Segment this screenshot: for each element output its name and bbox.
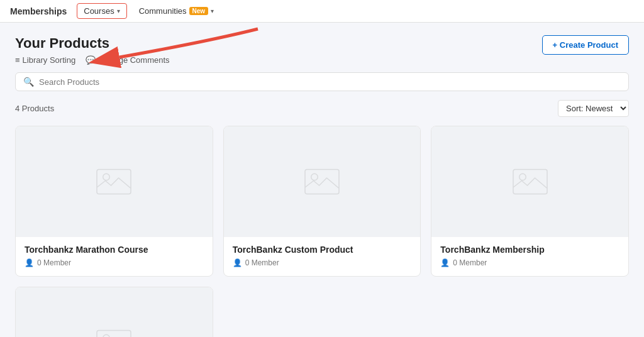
- svg-rect-4: [513, 169, 547, 194]
- product-card[interactable]: Torchbankz Sprint Course 👤 0 Member: [15, 287, 213, 337]
- svg-point-5: [519, 174, 526, 180]
- member-count: 0 Member: [245, 258, 279, 267]
- product-name: Torchbankz Marathon Course: [25, 245, 204, 255]
- product-name: TorchBankz Custom Product: [233, 245, 412, 255]
- svg-point-3: [311, 174, 318, 180]
- product-card[interactable]: TorchBankz Custom Product 👤 0 Member: [223, 126, 421, 277]
- product-info: TorchBankz Custom Product 👤 0 Member: [224, 237, 421, 276]
- svg-rect-6: [97, 330, 131, 337]
- courses-chevron-icon: ▾: [117, 8, 120, 14]
- search-bar: 🔍: [15, 72, 629, 91]
- search-input[interactable]: [39, 77, 621, 87]
- sort-select[interactable]: Sort: Newest Sort: Oldest Sort: A-Z Sort…: [558, 100, 629, 117]
- product-card[interactable]: Torchbankz Marathon Course 👤 0 Member: [15, 126, 213, 277]
- product-info: TorchBankz Membership 👤 0 Member: [431, 237, 628, 276]
- top-nav: Memberships Courses ▾ Communities New ▾: [0, 0, 644, 23]
- manage-comments-icon: 💬: [86, 55, 96, 65]
- product-thumbnail: [431, 126, 628, 237]
- product-thumbnail: [224, 126, 421, 237]
- product-thumbnail: [16, 126, 213, 237]
- image-placeholder-icon: [511, 163, 549, 201]
- nav-brand: Memberships: [10, 6, 67, 16]
- svg-rect-2: [305, 169, 339, 194]
- product-name: TorchBankz Membership: [440, 245, 619, 255]
- product-members: 👤 0 Member: [233, 258, 412, 267]
- create-product-button[interactable]: + Create Product: [542, 35, 629, 55]
- library-sorting-link[interactable]: ≡ Library Sorting: [15, 55, 75, 65]
- image-placeholder-icon: [303, 163, 341, 201]
- library-sorting-icon: ≡: [15, 55, 20, 65]
- product-thumbnail: [16, 287, 213, 337]
- page-header: Your Products ≡ Library Sorting 💬 Manage…: [15, 35, 629, 65]
- courses-tab-label: Courses: [84, 6, 114, 16]
- product-members: 👤 0 Member: [440, 258, 619, 267]
- svg-rect-0: [97, 169, 131, 194]
- product-card[interactable]: TorchBankz Membership 👤 0 Member: [431, 126, 629, 277]
- header-left: Your Products ≡ Library Sorting 💬 Manage…: [15, 35, 170, 65]
- communities-badge: New: [189, 7, 209, 15]
- header-actions: ≡ Library Sorting 💬 Manage Comments: [15, 55, 170, 65]
- member-count: 0 Member: [37, 258, 71, 267]
- svg-point-1: [103, 174, 110, 180]
- member-icon: 👤: [25, 258, 34, 267]
- image-placeholder-icon: [95, 324, 133, 337]
- member-icon: 👤: [233, 258, 242, 267]
- library-sorting-label: Library Sorting: [23, 55, 76, 65]
- search-icon: 🔍: [23, 77, 34, 87]
- communities-chevron-icon: ▾: [211, 8, 214, 14]
- manage-comments-link[interactable]: 💬 Manage Comments: [86, 55, 169, 65]
- member-icon: 👤: [440, 258, 450, 267]
- nav-tab-communities[interactable]: Communities New ▾: [132, 3, 221, 19]
- list-controls: 4 Products Sort: Newest Sort: Oldest Sor…: [15, 100, 629, 117]
- product-grid: Torchbankz Marathon Course 👤 0 Member To…: [15, 126, 629, 337]
- communities-tab-label: Communities: [139, 6, 187, 16]
- manage-comments-label: Manage Comments: [98, 55, 169, 65]
- product-count: 4 Products: [15, 104, 54, 113]
- image-placeholder-icon: [95, 163, 133, 201]
- page-title: Your Products: [15, 35, 170, 52]
- member-count: 0 Member: [453, 258, 487, 267]
- product-members: 👤 0 Member: [25, 258, 204, 267]
- main-content: Your Products ≡ Library Sorting 💬 Manage…: [0, 23, 644, 337]
- svg-point-7: [103, 334, 110, 337]
- nav-tab-courses[interactable]: Courses ▾: [77, 3, 126, 19]
- product-info: Torchbankz Marathon Course 👤 0 Member: [16, 237, 213, 276]
